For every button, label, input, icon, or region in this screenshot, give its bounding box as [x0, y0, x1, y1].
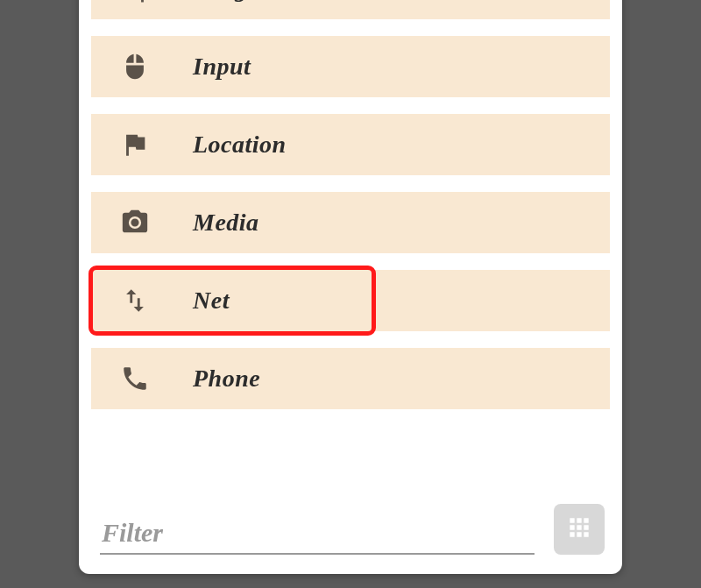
mouse-icon — [114, 52, 156, 81]
category-item-label: Location — [193, 131, 287, 159]
category-item-media[interactable]: Media — [91, 192, 610, 253]
category-item-phone[interactable]: Phone — [91, 348, 610, 409]
filter-field-wrap — [100, 514, 535, 555]
category-item-label: Image — [193, 0, 259, 3]
category-item-image[interactable]: Image — [91, 0, 610, 19]
category-item-net[interactable]: Net — [91, 270, 610, 331]
category-item-label: Net — [193, 287, 230, 315]
category-card: Image Input Location Media Net — [79, 0, 622, 574]
flag-icon — [114, 130, 156, 159]
filter-input[interactable] — [100, 514, 535, 555]
category-item-label: Media — [193, 209, 259, 237]
phone-icon — [114, 364, 156, 393]
grid-icon — [565, 514, 593, 545]
swap-vert-icon — [114, 286, 156, 315]
grid-view-button[interactable] — [554, 504, 605, 555]
camera-icon — [114, 208, 156, 237]
category-item-location[interactable]: Location — [91, 114, 610, 175]
footer-bar — [91, 504, 610, 555]
category-list: Image Input Location Media Net — [91, 0, 610, 409]
crop-icon — [114, 0, 156, 4]
category-item-label: Phone — [193, 365, 260, 393]
category-item-input[interactable]: Input — [91, 36, 610, 97]
category-item-label: Input — [193, 53, 251, 81]
